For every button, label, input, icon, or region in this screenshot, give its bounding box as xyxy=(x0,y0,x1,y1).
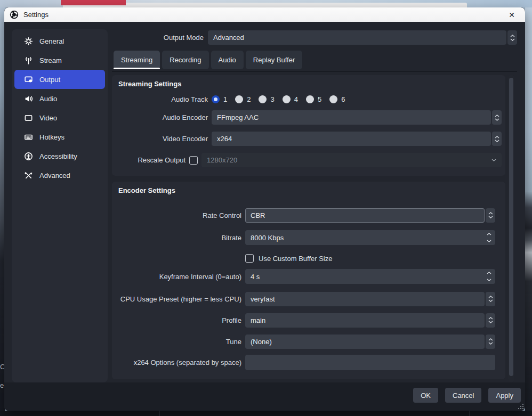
spinner-down-icon xyxy=(488,342,493,345)
output-mode-combobox[interactable]: Advanced xyxy=(208,30,517,45)
spinner-down-icon xyxy=(495,118,499,121)
audio-encoder-row: Audio Encoder FFmpeg AAC xyxy=(116,110,502,125)
output-mode-row: Output Mode Advanced xyxy=(112,30,517,45)
profile-label: Profile xyxy=(116,316,241,324)
sidebar-item-general[interactable]: General xyxy=(14,31,105,51)
sidebar-item-label: Output xyxy=(39,76,60,84)
video-encoder-label: Video Encoder xyxy=(116,135,208,143)
spin-arrows[interactable] xyxy=(487,230,491,245)
tune-row: Tune (None) xyxy=(116,334,495,349)
ok-button[interactable]: OK xyxy=(413,388,438,403)
combo-spinner[interactable] xyxy=(492,110,502,125)
sidebar-item-output[interactable]: Output xyxy=(14,70,105,89)
streaming-settings-panel: Streaming Settings Audio Track 1 2 3 4 5… xyxy=(112,75,505,176)
tab-audio[interactable]: Audio xyxy=(211,51,244,69)
combo-spinner[interactable] xyxy=(492,132,502,146)
desktop-top-strip xyxy=(0,0,532,7)
spinner-down-icon xyxy=(488,321,493,323)
sidebar-item-stream[interactable]: Stream xyxy=(14,51,105,70)
radio-track-1[interactable] xyxy=(212,95,220,103)
encoder-settings-panel: Encoder Settings Rate Control CBR Bitrat… xyxy=(112,182,505,379)
sidebar-item-label: Advanced xyxy=(39,172,70,180)
spin-arrows[interactable] xyxy=(487,269,491,284)
spinner-down-icon xyxy=(488,216,493,218)
scrollbar[interactable] xyxy=(508,75,514,382)
sidebar-item-label: General xyxy=(39,37,64,45)
combo-spinner[interactable] xyxy=(486,313,495,328)
radio-track-3[interactable] xyxy=(259,95,267,103)
keyframe-interval-spinbox[interactable]: 4 s xyxy=(245,269,495,284)
tab-streaming[interactable]: Streaming xyxy=(114,51,160,69)
radio-track-5[interactable] xyxy=(306,95,314,103)
apply-button[interactable]: Apply xyxy=(488,388,521,403)
sidebar-item-audio[interactable]: Audio xyxy=(14,89,105,108)
sidebar-item-accessibility[interactable]: Accessibility xyxy=(14,146,105,166)
profile-row: Profile main xyxy=(116,313,495,328)
output-mode-label: Output Mode xyxy=(112,34,204,42)
spinner-up-icon xyxy=(495,115,499,117)
spinner-down-icon xyxy=(488,299,493,302)
audio-track-row: Audio Track 1 2 3 4 5 6 xyxy=(116,92,502,107)
spinner-down-icon xyxy=(487,279,491,281)
tab-bar: Streaming Recording Audio Replay Buffer xyxy=(114,51,302,69)
sidebar-item-video[interactable]: Video xyxy=(14,108,105,127)
combo-spinner[interactable] xyxy=(486,292,495,306)
audio-encoder-combobox[interactable]: FFmpeg AAC xyxy=(212,110,502,125)
resize-grip[interactable] xyxy=(518,404,523,409)
rescale-output-label: Rescale Output xyxy=(116,156,186,164)
cancel-button[interactable]: Cancel xyxy=(445,388,481,403)
x264-options-input[interactable] xyxy=(245,355,495,370)
tune-label: Tune xyxy=(116,338,241,346)
sidebar-item-advanced[interactable]: Advanced xyxy=(14,166,105,185)
video-encoder-row: Video Encoder x264 xyxy=(116,132,502,146)
video-encoder-combobox[interactable]: x264 xyxy=(212,132,502,146)
window-title: Settings xyxy=(23,11,49,19)
encoder-settings-title: Encoder Settings xyxy=(118,186,175,194)
tab-replay-buffer[interactable]: Replay Buffer xyxy=(246,51,303,69)
spinner-up-icon xyxy=(487,233,491,235)
obs-logo-icon xyxy=(10,10,19,19)
x264-options-row: x264 Options (separated by space) xyxy=(116,355,495,370)
sidebar-item-label: Video xyxy=(39,114,57,122)
tune-combobox[interactable]: (None) xyxy=(245,335,495,349)
cpu-preset-label: CPU Usage Preset (higher = less CPU) xyxy=(116,295,241,303)
rescale-resolution-combobox[interactable]: 1280x720 xyxy=(201,153,502,167)
profile-combobox[interactable]: main xyxy=(245,313,495,328)
tab-recording[interactable]: Recording xyxy=(162,51,208,69)
scrollbar-thumb[interactable] xyxy=(509,78,513,376)
cpu-preset-row: CPU Usage Preset (higher = less CPU) ver… xyxy=(116,291,495,306)
background-red-fragment xyxy=(61,0,126,5)
rescale-output-checkbox[interactable] xyxy=(189,156,198,165)
antenna-icon xyxy=(24,56,33,65)
output-icon xyxy=(24,75,33,84)
combo-spinner[interactable] xyxy=(507,30,517,45)
output-mode-value: Advanced xyxy=(213,34,244,42)
spinner-down-icon xyxy=(487,240,491,242)
combo-spinner[interactable] xyxy=(486,335,495,349)
audio-encoder-label: Audio Encoder xyxy=(116,113,208,121)
close-icon[interactable]: ✕ xyxy=(504,11,520,19)
radio-track-6[interactable] xyxy=(329,95,337,103)
spinner-up-icon xyxy=(488,338,493,341)
cpu-preset-combobox[interactable]: veryfast xyxy=(245,292,495,306)
rate-control-label: Rate Control xyxy=(116,211,241,219)
radio-track-4[interactable] xyxy=(283,95,291,103)
spinner-up-icon xyxy=(495,136,499,138)
sidebar-item-hotkeys[interactable]: Hotkeys xyxy=(14,127,105,146)
desktop-right-strip xyxy=(525,7,532,416)
footer: OK Cancel Apply xyxy=(4,382,525,411)
spinner-up-icon xyxy=(487,272,491,274)
radio-track-2[interactable] xyxy=(235,95,243,103)
rate-control-combobox[interactable]: CBR xyxy=(245,208,495,223)
rate-control-row: Rate Control CBR xyxy=(116,208,495,223)
custom-buffer-label: Use Custom Buffer Size xyxy=(259,255,332,263)
titlebar[interactable]: Settings ✕ xyxy=(4,7,525,22)
sidebar-item-label: Hotkeys xyxy=(39,133,65,141)
bitrate-spinbox[interactable]: 8000 Kbps xyxy=(245,230,495,245)
background-divider xyxy=(159,411,160,416)
spinner-up-icon xyxy=(488,212,493,215)
combo-spinner[interactable] xyxy=(486,208,495,223)
streaming-settings-title: Streaming Settings xyxy=(118,80,181,88)
x264-options-label: x264 Options (separated by space) xyxy=(116,358,241,366)
custom-buffer-checkbox[interactable] xyxy=(245,254,254,263)
